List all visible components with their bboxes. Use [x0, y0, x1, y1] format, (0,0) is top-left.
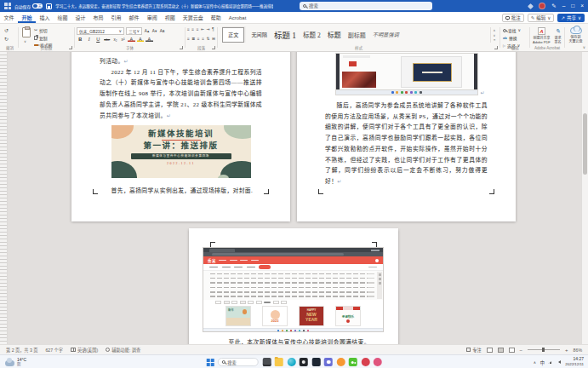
bullet-list-icon[interactable]: ≡	[187, 27, 190, 32]
page-1[interactable]: 列活动。 2022 年 12 月 11 日下午，学生综合素养提升工程系列活动之（…	[71, 52, 290, 221]
tray-chevron-icon[interactable]: ∧	[534, 360, 536, 365]
style-no-spacing[interactable]: 无间隔	[251, 31, 267, 38]
start-button[interactable]	[206, 359, 214, 366]
minimize-button[interactable]: –	[562, 0, 566, 12]
comments-button[interactable]: 批注	[502, 14, 524, 22]
save-to-cloud-button[interactable]: 保存到天翼云盘	[569, 27, 583, 44]
vertical-scrollbar[interactable]	[581, 52, 588, 344]
maximize-button[interactable]: □	[571, 0, 574, 12]
style-heading2[interactable]: 标题 2	[303, 30, 321, 39]
gallery-more-icon[interactable]: ≡	[494, 38, 495, 42]
bold-button[interactable]: B	[77, 37, 84, 42]
scrollbar-thumb[interactable]	[583, 113, 588, 175]
shading-button[interactable]: A	[146, 37, 153, 42]
titlebar-search[interactable]: 搜索	[300, 2, 432, 10]
focus-mode-button[interactable]: 专注	[466, 347, 481, 353]
tab-home[interactable]: 开始	[18, 12, 36, 23]
strikethrough-button[interactable]: abc	[104, 37, 111, 42]
paste-button[interactable]	[22, 27, 31, 37]
superscript-button[interactable]: x²	[120, 37, 126, 42]
weather-widget[interactable]: 14°C 阴	[5, 357, 26, 367]
volume-icon[interactable]	[557, 360, 561, 364]
paragraph-dialog-launcher[interactable]	[212, 46, 215, 49]
task-view-app-icon[interactable]	[262, 358, 271, 366]
font-dialog-launcher[interactable]	[180, 46, 183, 49]
account-avatar[interactable]	[539, 3, 546, 10]
software-demo-screenshot[interactable]: ↵	[335, 53, 478, 95]
tab-draw[interactable]: 绘图	[54, 12, 71, 23]
app-launcher-icon[interactable]	[4, 3, 11, 9]
orange-app-icon[interactable]	[336, 358, 345, 366]
zoom-out-button[interactable]: −	[520, 348, 523, 353]
accessibility-status[interactable]: 辅助功能: 调查	[106, 347, 140, 353]
share-button[interactable]: ↗共享∨	[557, 14, 585, 22]
print-layout-button[interactable]	[498, 348, 504, 353]
chat-app-icon[interactable]	[324, 358, 333, 366]
subscript-button[interactable]: x₂	[112, 37, 118, 42]
align-left-icon[interactable]: ≡	[187, 37, 190, 41]
tab-layout[interactable]: 布局	[89, 12, 107, 23]
create-pdf-button[interactable]: 创建并共享Adobe PDF	[533, 27, 551, 45]
tab-view[interactable]: 视图	[161, 12, 179, 23]
tab-acrobat[interactable]: Acrobat	[225, 12, 250, 23]
redo-icon[interactable]: ↻	[4, 36, 9, 42]
taskbar-search[interactable]: 搜索	[218, 358, 259, 366]
paste-chevron-icon[interactable]: ∨	[24, 39, 26, 43]
italic-button[interactable]: I	[86, 37, 94, 42]
change-case-button[interactable]: Aa	[159, 29, 165, 33]
underline-button[interactable]: U	[94, 37, 102, 42]
tab-review[interactable]: 审阅	[143, 12, 161, 23]
gallery-up-icon[interactable]: ∧	[494, 28, 496, 32]
read-mode-button[interactable]	[487, 348, 493, 353]
document-canvas[interactable]: 列活动。 2022 年 12 月 11 日下午，学生综合素养提升工程系列活动之（…	[0, 52, 588, 344]
styles-dialog-launcher[interactable]	[494, 46, 498, 49]
zoom-level[interactable]: 86%	[574, 348, 582, 353]
close-button[interactable]: ×	[580, 0, 584, 12]
tab-mailings[interactable]: 邮件	[125, 12, 143, 23]
page-3[interactable]: 秀米	[189, 228, 398, 344]
font-color-button[interactable]: A	[128, 37, 135, 42]
style-subtle-emphasis[interactable]: 不明显强调	[373, 31, 399, 38]
editing-mode-button[interactable]: ✎编辑∨	[528, 14, 555, 22]
page-indicator[interactable]: 第 2 页，共 3 页	[6, 347, 37, 353]
web-layout-button[interactable]	[509, 348, 515, 353]
style-heading1[interactable]: 标题 1	[274, 29, 296, 41]
copy-button[interactable]: 复制	[34, 35, 52, 41]
pen-mode-icon[interactable]: ✎	[551, 0, 556, 12]
tab-help[interactable]: 帮助	[207, 12, 225, 23]
zoom-slider[interactable]	[528, 349, 560, 350]
titlebar-feature-icon[interactable]	[528, 3, 534, 9]
font-size-select[interactable]: 三号∨	[126, 27, 142, 35]
collapse-ribbon-icon[interactable]: ∨	[583, 45, 585, 49]
style-title[interactable]: 标题	[328, 30, 341, 39]
justify-icon[interactable]: ≡	[202, 37, 204, 41]
wechat-app-icon[interactable]	[349, 358, 357, 366]
camera-app-icon[interactable]	[300, 358, 308, 366]
dark-app-icon[interactable]	[311, 358, 320, 366]
page-2[interactable]: ↵ 随后，高扬同学为参会成员系统地讲解了各种软件工具的使用方法及应用场景，从秀米…	[297, 52, 516, 221]
pink-app-icon[interactable]	[374, 358, 382, 366]
tab-cloud-drive[interactable]: 天翼云盘	[179, 12, 207, 23]
request-signature-button[interactable]: ✎ 请求签名	[554, 27, 562, 45]
tab-insert[interactable]: 插入	[36, 12, 54, 23]
autosave-toggle[interactable]: 自动保存 关	[14, 3, 43, 9]
gallery-down-icon[interactable]: ∨	[494, 33, 496, 37]
align-right-icon[interactable]: ≡	[197, 37, 200, 41]
undo-icon[interactable]: ↺	[4, 27, 9, 33]
line-spacing-icon[interactable]: ⇅	[206, 37, 209, 41]
shrink-font-button[interactable]: A▾	[151, 29, 157, 33]
cut-button[interactable]: ✂剪切	[34, 27, 52, 33]
browser-app-icon[interactable]	[287, 358, 295, 366]
number-list-icon[interactable]: ≡	[191, 27, 194, 32]
highlight-button[interactable]: A	[137, 37, 145, 42]
styles-gallery-scroll[interactable]: ∧ ∨ ≡	[490, 27, 498, 43]
tab-file[interactable]: 文件	[0, 12, 18, 23]
red-app-icon[interactable]	[361, 358, 369, 366]
language-indicator[interactable]: 英语(美国)	[71, 347, 98, 353]
style-subtitle[interactable]: 副标题	[348, 31, 366, 39]
network-icon[interactable]	[548, 360, 552, 364]
borders-icon[interactable]: ⊞	[212, 37, 215, 41]
clipboard-dialog-launcher[interactable]	[69, 46, 72, 49]
taskbar-clock[interactable]: 14:27 2022/12/11	[565, 357, 584, 366]
grow-font-button[interactable]: A▴	[144, 29, 150, 33]
